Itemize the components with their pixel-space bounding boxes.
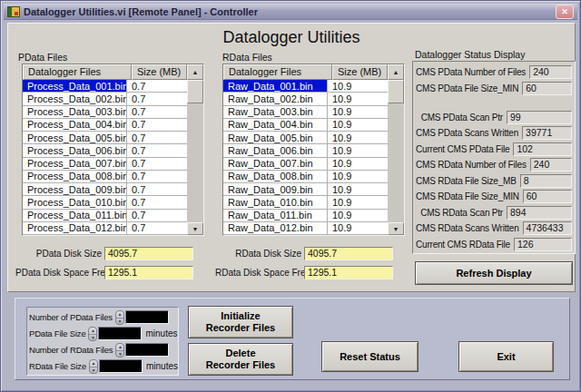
table-row[interactable]: Process_Data_009.bin0.7 xyxy=(23,183,187,196)
spinner-up-icon[interactable]: ▲ xyxy=(116,344,123,351)
file-name-cell[interactable]: Raw_Data_001.bin xyxy=(223,80,328,92)
recorder-value-display[interactable] xyxy=(99,359,143,373)
file-name-cell[interactable]: Raw_Data_005.bin xyxy=(223,132,328,143)
table-row[interactable]: Process_Data_003.bin0.7 xyxy=(23,106,187,119)
column-header-files[interactable]: Datalogger Files xyxy=(223,64,332,80)
scroll-down-button[interactable]: ▼ xyxy=(187,222,203,235)
pdata-disk-free-field[interactable]: 1295.1 xyxy=(104,266,193,279)
file-size-cell[interactable]: 10.9 xyxy=(328,171,388,182)
file-size-cell[interactable]: 0.7 xyxy=(127,183,187,195)
table-row[interactable]: Process_Data_007.bin0.7 xyxy=(23,158,187,171)
file-name-cell[interactable]: Raw_Data_012.bin xyxy=(223,222,328,234)
file-size-cell[interactable]: 0.7 xyxy=(127,171,187,182)
table-row[interactable]: Process_Data_011.bin0.7 xyxy=(23,210,187,222)
file-name-cell[interactable]: Process_Data_003.bin xyxy=(23,106,127,118)
file-size-cell[interactable]: 0.7 xyxy=(127,196,187,208)
file-size-cell[interactable]: 0.7 xyxy=(127,132,187,143)
table-row[interactable]: Raw_Data_004.bin10.9 xyxy=(223,119,388,132)
table-row[interactable]: Raw_Data_011.bin10.9 xyxy=(223,210,388,222)
spinner-down-icon[interactable]: ▼ xyxy=(116,351,123,358)
file-name-cell[interactable]: Raw_Data_003.bin xyxy=(223,106,328,118)
increment-decrement-spinner[interactable]: ▲▼ xyxy=(88,327,97,341)
file-size-cell[interactable]: 0.7 xyxy=(127,144,187,156)
column-header-files[interactable]: Datalogger Files xyxy=(23,64,132,80)
table-row[interactable]: Raw_Data_002.bin10.9 xyxy=(223,93,388,105)
file-name-cell[interactable]: Raw_Data_002.bin xyxy=(223,93,328,104)
file-name-cell[interactable]: Process_Data_004.bin xyxy=(23,119,127,131)
spinner-up-icon[interactable]: ▲ xyxy=(89,328,96,335)
spinner-up-icon[interactable]: ▲ xyxy=(90,360,97,368)
recorder-value-display[interactable] xyxy=(125,343,169,357)
rdata-disk-size-field[interactable]: 4095.7 xyxy=(304,247,393,260)
recorder-value-display[interactable] xyxy=(125,310,169,324)
file-size-cell[interactable]: 0.7 xyxy=(127,119,187,131)
table-row[interactable]: Raw_Data_012.bin10.9 xyxy=(223,222,388,235)
file-name-cell[interactable]: Process_Data_009.bin xyxy=(23,183,127,195)
file-size-cell[interactable]: 10.9 xyxy=(328,210,388,221)
spinner-down-icon[interactable]: ▼ xyxy=(116,318,123,325)
delete-recorder-files-button[interactable]: Delete Recorder Files xyxy=(188,343,293,376)
file-name-cell[interactable]: Process_Data_002.bin xyxy=(23,93,127,104)
pdata-scrollbar[interactable]: ▼ xyxy=(187,80,203,235)
recorder-value-display[interactable] xyxy=(98,327,142,340)
table-row[interactable]: Process_Data_008.bin0.7 xyxy=(23,171,187,183)
table-row[interactable]: Raw_Data_007.bin10.9 xyxy=(223,158,388,171)
table-row[interactable]: Process_Data_006.bin0.7 xyxy=(23,144,187,157)
scroll-down-button[interactable]: ▼ xyxy=(388,222,404,235)
file-size-cell[interactable]: 10.9 xyxy=(328,80,388,92)
initialize-recorder-files-button[interactable]: Initialize Recorder Files xyxy=(188,306,293,338)
file-name-cell[interactable]: Process_Data_007.bin xyxy=(23,158,127,170)
rdata-disk-free-field[interactable]: 1295.1 xyxy=(304,266,393,279)
table-row[interactable]: Process_Data_004.bin0.7 xyxy=(23,119,187,132)
file-size-cell[interactable]: 10.9 xyxy=(328,222,388,234)
file-name-cell[interactable]: Process_Data_008.bin xyxy=(23,171,127,182)
spinner-up-icon[interactable]: ▲ xyxy=(116,311,123,318)
file-size-cell[interactable]: 10.9 xyxy=(328,119,388,131)
file-name-cell[interactable]: Process_Data_012.bin xyxy=(23,222,127,234)
file-name-cell[interactable]: Raw_Data_007.bin xyxy=(223,158,328,170)
spinner-down-icon[interactable]: ▼ xyxy=(89,335,96,341)
file-size-cell[interactable]: 0.7 xyxy=(127,80,187,92)
file-name-cell[interactable]: Raw_Data_004.bin xyxy=(223,119,328,131)
file-size-cell[interactable]: 0.7 xyxy=(127,158,187,170)
table-row[interactable]: Process_Data_001.bin0.7 xyxy=(23,80,187,93)
table-row[interactable]: Raw_Data_010.bin10.9 xyxy=(223,196,388,209)
scrollbar-track[interactable] xyxy=(388,103,404,222)
table-row[interactable]: Process_Data_002.bin0.7 xyxy=(23,93,187,105)
file-name-cell[interactable]: Process_Data_006.bin xyxy=(23,144,127,156)
table-row[interactable]: Raw_Data_003.bin10.9 xyxy=(223,106,388,119)
increment-decrement-spinner[interactable]: ▲▼ xyxy=(115,310,124,325)
file-name-cell[interactable]: Raw_Data_006.bin xyxy=(223,144,328,156)
file-name-cell[interactable]: Raw_Data_010.bin xyxy=(223,196,328,208)
file-size-cell[interactable]: 10.9 xyxy=(328,132,388,143)
spinner-down-icon[interactable]: ▼ xyxy=(90,368,97,374)
exit-button[interactable]: Exit xyxy=(458,341,554,372)
table-row[interactable]: Raw_Data_009.bin10.9 xyxy=(223,183,388,196)
file-size-cell[interactable]: 10.9 xyxy=(328,93,388,104)
file-size-cell[interactable]: 10.9 xyxy=(328,158,388,170)
reset-status-button[interactable]: Reset Status xyxy=(321,341,419,372)
file-name-cell[interactable]: Process_Data_001.bin xyxy=(23,80,127,92)
table-row[interactable]: Process_Data_012.bin0.7 xyxy=(23,222,187,235)
file-size-cell[interactable]: 10.9 xyxy=(328,196,388,208)
file-size-cell[interactable]: 0.7 xyxy=(127,106,187,118)
scrollbar-track[interactable] xyxy=(187,103,203,222)
close-button[interactable]: ✕ xyxy=(556,5,574,19)
table-row[interactable]: Process_Data_005.bin0.7 xyxy=(23,132,187,144)
scroll-up-button[interactable]: ▲ xyxy=(388,64,404,80)
file-size-cell[interactable]: 10.9 xyxy=(328,106,388,118)
scroll-up-button[interactable]: ▲ xyxy=(187,64,203,80)
file-name-cell[interactable]: Raw_Data_008.bin xyxy=(223,171,328,182)
table-row[interactable]: Process_Data_010.bin0.7 xyxy=(23,196,187,209)
column-header-size[interactable]: Size (MB) xyxy=(132,64,187,80)
table-row[interactable]: Raw_Data_006.bin10.9 xyxy=(223,144,388,157)
file-size-cell[interactable]: 10.9 xyxy=(328,183,388,195)
file-size-cell[interactable]: 0.7 xyxy=(127,93,187,104)
increment-decrement-spinner[interactable]: ▲▼ xyxy=(115,343,124,358)
file-name-cell[interactable]: Process_Data_010.bin xyxy=(23,196,127,208)
scrollbar-thumb[interactable] xyxy=(388,80,404,103)
file-name-cell[interactable]: Raw_Data_011.bin xyxy=(223,210,328,221)
table-row[interactable]: Raw_Data_001.bin10.9 xyxy=(223,80,388,93)
rdata-scrollbar[interactable]: ▼ xyxy=(388,80,404,235)
refresh-display-button[interactable]: Refresh Display xyxy=(415,261,573,285)
